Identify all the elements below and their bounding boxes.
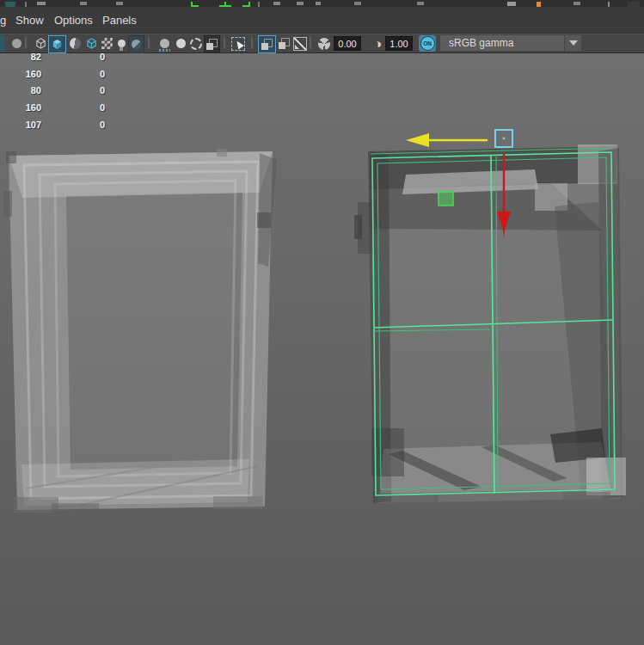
- multisample-icon[interactable]: [204, 35, 220, 53]
- maya-viewport-panel: 82 0 160 0 80 0 160 0 107 0 g: [0, 0, 644, 645]
- chevron-down-icon[interactable]: [565, 35, 581, 51]
- wireframe-cube-icon[interactable]: [33, 35, 48, 52]
- manip-arrow-left[interactable]: [406, 133, 429, 147]
- checker-material-icon[interactable]: [99, 35, 114, 52]
- ssao-icon[interactable]: [157, 35, 172, 52]
- hud-value: 160: [7, 102, 41, 113]
- hud-value: 107: [7, 120, 41, 130]
- lighting-bulb-icon[interactable]: [114, 35, 128, 52]
- top-strip-fragment: [273, 2, 280, 5]
- snapshot-icon[interactable]: [292, 35, 307, 52]
- viewport-toolbar: ◑ ON sRGB gamma: [0, 34, 644, 53]
- top-strip-fragment: [573, 2, 580, 5]
- hud-value: 80: [7, 85, 41, 95]
- separator: [25, 37, 27, 49]
- view-transform-dropdown[interactable]: sRGB gamma: [440, 35, 564, 51]
- separator: [148, 37, 150, 49]
- viewport-scene: [0, 0, 644, 645]
- camera-icon[interactable]: [9, 35, 24, 52]
- top-strip-fragment: [80, 2, 87, 5]
- wireframe-on-shaded-icon[interactable]: [67, 35, 83, 52]
- menu-item-clipped[interactable]: g: [0, 7, 6, 33]
- top-strip-fragment: [507, 2, 516, 6]
- motion-blur-icon[interactable]: [174, 35, 188, 52]
- menu-item-panels[interactable]: Panels: [102, 7, 137, 33]
- gamma-input[interactable]: [385, 36, 413, 51]
- hud-value: 0: [71, 120, 105, 130]
- menu-item-show[interactable]: Show: [15, 7, 44, 33]
- top-strip-fragment: [116, 2, 123, 5]
- crate-left-object[interactable]: [3, 149, 277, 513]
- crate-right-object[interactable]: [354, 144, 626, 506]
- hud-value: 160: [7, 69, 41, 79]
- color-management-toggle[interactable]: ON: [419, 35, 436, 52]
- separator: [310, 37, 311, 49]
- hud-value: 0: [71, 85, 105, 95]
- panel-menu-bar: g Show Options Panels: [0, 7, 644, 34]
- separator: [224, 37, 225, 49]
- separator: [251, 37, 253, 49]
- top-strip-fragment: [316, 2, 321, 5]
- top-strip-fragment: [354, 2, 361, 5]
- contrast-icon[interactable]: ◑: [371, 35, 384, 52]
- exposure-input[interactable]: [334, 36, 361, 51]
- exposure-icon[interactable]: [316, 35, 331, 52]
- textured-cube-icon[interactable]: [83, 35, 99, 52]
- shadows-icon[interactable]: [128, 35, 144, 53]
- top-strip: [0, 0, 644, 7]
- isolate-select-icon[interactable]: [258, 35, 276, 53]
- select-tool-icon[interactable]: [230, 35, 246, 52]
- top-strip-fragment: [417, 2, 424, 5]
- anti-aliasing-icon[interactable]: [189, 35, 203, 52]
- top-strip-fragment: [297, 2, 304, 5]
- menu-item-options[interactable]: Options: [54, 7, 93, 33]
- shaded-cube-icon[interactable]: [48, 35, 66, 53]
- face-select-handle[interactable]: [439, 192, 453, 206]
- top-strip-fragment: [37, 2, 46, 5]
- clipped-icon: [0, 35, 4, 52]
- hud-value: 0: [71, 102, 105, 113]
- hud-value: 0: [71, 69, 105, 79]
- on-toggle-label: ON: [420, 36, 435, 51]
- layered-view-icon[interactable]: [277, 35, 291, 52]
